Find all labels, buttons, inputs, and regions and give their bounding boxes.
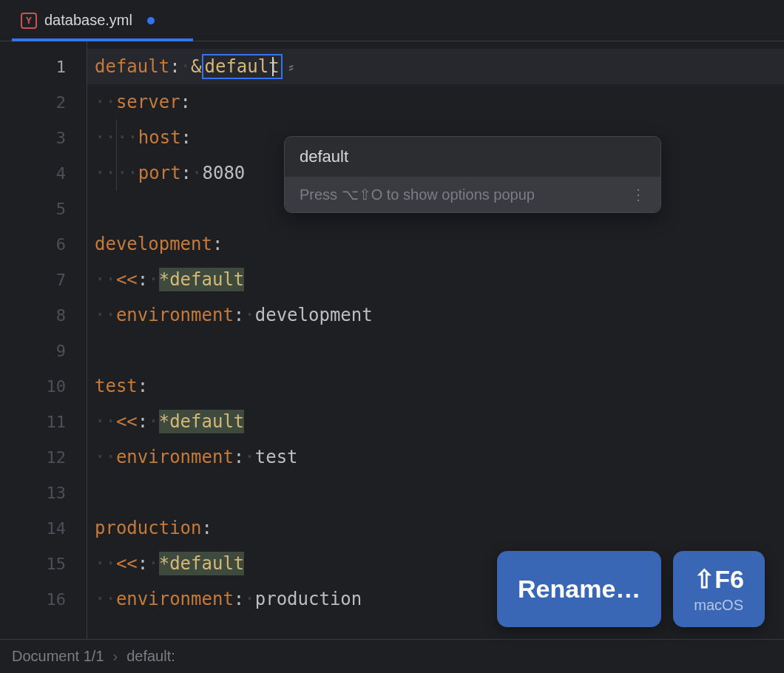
code-area[interactable]: default:·&default⸗ ··server: ····host: ·… [87,41,784,639]
yaml-merge: << [116,269,138,290]
line-number[interactable]: 5 [0,191,87,226]
line-number[interactable]: 10 [0,368,87,404]
code-line[interactable]: ··<<:·*default [87,404,784,439]
code-line[interactable]: ··<<:·*default [87,262,784,297]
file-tab[interactable]: Y database.yml [12,0,163,41]
yaml-key: development [95,234,212,254]
line-number[interactable]: 6 [0,226,87,262]
line-number[interactable]: 2 [0,84,87,120]
code-line[interactable]: ··environment:·test [87,439,784,475]
popup-hint-bar: Press ⌥⇧O to show options popup ⋮ [285,177,660,212]
line-number[interactable]: 11 [0,404,87,439]
line-number[interactable]: 7 [0,262,87,297]
yaml-alias-name: default [169,269,244,290]
shortcut-badge: ⇧F6 macOS [673,551,765,627]
yaml-key: port [138,163,181,183]
yaml-anchor-op: & [191,56,201,77]
badge-platform: macOS [694,597,743,614]
line-number[interactable]: 16 [0,581,87,617]
yaml-key: production [95,518,202,538]
editor: 1 2 3 4 5 6 7 8 9 10 11 12 13 14 15 16 d… [0,41,784,639]
chevron-right-icon: › [113,648,118,665]
code-line[interactable]: production: [87,510,784,546]
yaml-alias-name: default [169,553,244,574]
line-number[interactable]: 13 [0,475,87,510]
rename-input[interactable]: default [202,54,283,79]
yaml-value: 8080 [203,163,246,183]
line-number[interactable]: 9 [0,333,87,368]
popup-hint-text: Press ⌥⇧O to show options popup [300,186,535,203]
shortcut-badges: Rename… ⇧F6 macOS [497,551,765,627]
code-line[interactable] [87,475,784,510]
gutter: 1 2 3 4 5 6 7 8 9 10 11 12 13 14 15 16 [0,41,87,639]
rename-badge: Rename… [497,551,661,627]
code-line[interactable]: test: [87,368,784,404]
line-number[interactable]: 8 [0,297,87,333]
badge-label: Rename… [518,575,641,603]
breadcrumb-doc[interactable]: Document 1/1 [12,648,104,665]
yaml-alias-op: * [159,269,169,290]
more-options-icon[interactable]: ⋮ [631,193,646,196]
yaml-key: default [95,56,169,77]
breadcrumb: Document 1/1 › default: [0,639,784,673]
tab-filename: database.yml [44,12,132,29]
yaml-key: server [116,92,180,112]
breadcrumb-path[interactable]: default: [126,648,175,665]
yaml-alias-op: * [159,411,169,432]
code-line[interactable] [87,333,784,368]
yaml-merge: << [116,411,138,432]
badge-shortcut: ⇧F6 [694,564,744,594]
yaml-key: test [95,376,138,396]
yaml-anchor-name: default [205,56,280,77]
yaml-merge: << [116,553,138,574]
line-number[interactable]: 15 [0,546,87,581]
yaml-value: development [255,305,373,325]
tab-bar: Y database.yml [0,0,784,41]
yaml-file-icon: Y [21,13,37,29]
yaml-alias-op: * [159,553,169,574]
yaml-value: test [255,447,298,467]
code-line[interactable]: ··environment:·development [87,297,784,333]
yaml-key: environment [116,305,234,325]
yaml-value: production [255,589,362,609]
yaml-key: environment [116,447,234,467]
yaml-key: host [138,127,181,148]
popup-suggestion[interactable]: default [285,137,660,177]
code-line[interactable]: default:·&default⸗ [87,49,784,84]
rename-popup: default Press ⌥⇧O to show options popup … [284,136,661,213]
line-number[interactable]: 12 [0,439,87,475]
modified-indicator-icon [147,17,155,24]
yaml-key: environment [116,589,234,609]
text-cursor [272,57,274,76]
code-line[interactable]: ··server: [87,84,784,120]
line-number[interactable]: 3 [0,120,87,155]
line-number[interactable]: 14 [0,510,87,546]
line-number[interactable]: 4 [0,155,87,191]
gear-icon[interactable]: ⸗ [288,58,294,76]
code-line[interactable]: development: [87,226,784,262]
yaml-alias-name: default [169,411,244,432]
line-number[interactable]: 1 [0,49,87,84]
